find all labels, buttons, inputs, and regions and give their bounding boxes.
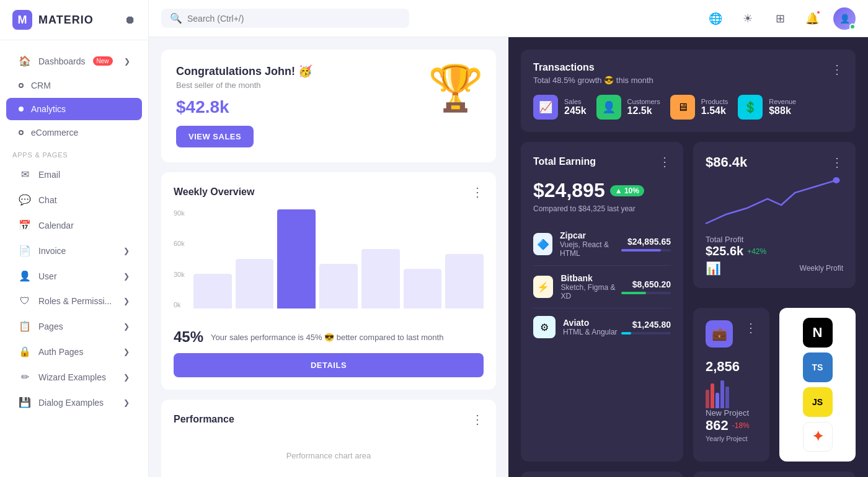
pages-icon: 📋 [19, 320, 31, 332]
performance-more-button[interactable]: ⋮ [471, 412, 484, 427]
new-project-more-button[interactable]: ⋮ [745, 320, 757, 335]
bars-container [193, 209, 484, 309]
sidebar-item-user[interactable]: 👤 User ❯ [6, 264, 142, 288]
chart-desc: Your sales performance is 45% 😎 better c… [211, 333, 443, 342]
zipcar-sub: Vuejs, React & HTML [560, 240, 621, 258]
sidebar-item-dialog[interactable]: 💾 Dialog Examples ❯ [6, 390, 142, 414]
transactions-subtitle: Total 48.5% growth 😎 this month [533, 76, 653, 85]
zipcar-progress-fill [621, 249, 661, 252]
np-year-label: Yearly Project [706, 435, 757, 442]
revenue-value: $88k [769, 105, 796, 116]
grid-icon-btn[interactable]: ⊞ [769, 7, 791, 30]
sidebar-item-dashboards[interactable]: 🏠 Dashboards New ❯ [6, 49, 142, 73]
performance-title: Performance [174, 414, 234, 425]
zipcar-logo: 🔷 [533, 233, 552, 255]
content-left: Congratulations John! 🥳 Best seller of t… [149, 37, 508, 477]
typescript-logo: TS [803, 352, 833, 382]
chart-icon: 📊 [706, 261, 721, 276]
logo-icon: M [12, 10, 32, 30]
calendar-icon: 📅 [19, 219, 31, 231]
dot-icon [19, 83, 24, 88]
weekly-profit-label: Weekly Profit [800, 264, 843, 273]
sidebar-label-calendar: Calendar [38, 221, 74, 230]
chart-y-labels: 90k 60k 30k 0k [174, 209, 185, 309]
profit-chart [706, 174, 843, 230]
profit-card: $86.4k ⋮ Total Profit $25.6k [693, 142, 856, 288]
y-label-30k: 30k [174, 271, 185, 278]
sidebar-label-dialog: Dialog Examples [38, 398, 104, 408]
bar-7 [445, 254, 484, 309]
bitbank-name: Bitbank [560, 273, 621, 283]
translate-icon-btn[interactable]: 🌐 [704, 7, 727, 30]
mini-bar-5 [725, 387, 729, 408]
dot-icon-ecommerce [19, 130, 24, 135]
invoice-chevron: ❯ [123, 247, 130, 255]
mini-bar-chart [706, 377, 757, 408]
sidebar-label-pages: Pages [38, 322, 63, 331]
weekly-overview-card: Weekly Overview ⋮ 90k 60k 30k 0k [161, 172, 496, 390]
user-icon: 👤 [19, 270, 31, 282]
notification-icon-btn[interactable]: 🔔 [801, 7, 823, 30]
sidebar-label-auth: Auth Pages [38, 347, 83, 357]
dialog-icon: 💾 [19, 396, 31, 408]
search-icon: 🔍 [170, 12, 182, 24]
transactions-title: Transactions [533, 62, 653, 73]
search-input[interactable] [187, 14, 401, 24]
sidebar-item-crm[interactable]: CRM [6, 74, 142, 97]
chart-footer: 45% Your sales performance is 45% 😎 bett… [174, 328, 484, 346]
new-project-big-value: 2,856 [706, 359, 757, 375]
sidebar-item-pages[interactable]: 📋 Pages ❯ [6, 314, 142, 338]
sidebar-item-ecommerce[interactable]: eCommerce [6, 121, 142, 144]
sidebar-item-chat[interactable]: 💬 Chat [6, 188, 142, 212]
svg-point-0 [833, 177, 839, 183]
view-sales-button[interactable]: VIEW SALES [176, 126, 254, 147]
earning-badge: ▲ 10% [610, 185, 644, 196]
weekly-overview-header: Weekly Overview ⋮ [174, 185, 484, 199]
bitbank-sub: Sketch, Figma & XD [560, 283, 621, 300]
weekly-overview-more-button[interactable]: ⋮ [471, 185, 484, 199]
earning-item-aviato: ⚙ Aviato HTML & Angular $1,245.80 [533, 309, 671, 346]
zipcar-progress-wrap [621, 249, 671, 252]
search-bar[interactable]: 🔍 [161, 9, 409, 28]
zipcar-name: Zipcar [560, 230, 621, 240]
customers-icon: 👤 [596, 95, 621, 120]
sidebar-label-analytics: Analytics [31, 104, 66, 114]
tech-logos-card: N TS JS ✦ [779, 308, 856, 462]
total-earning-more-button[interactable]: ⋮ [658, 154, 671, 169]
sidebar-label-roles: Roles & Permissi... [38, 296, 112, 306]
sidebar-nav: 🏠 Dashboards New ❯ CRM Analytics eCommer… [0, 40, 148, 477]
sidebar-item-auth[interactable]: 🔒 Auth Pages ❯ [6, 339, 142, 364]
invoice-icon: 📄 [19, 245, 31, 256]
sidebar-label-crm: CRM [31, 81, 51, 90]
sidebar-item-roles[interactable]: 🛡 Roles & Permissi... ❯ [6, 289, 142, 313]
sidebar-record-icon[interactable]: ⏺ [125, 14, 136, 27]
metric-sales: 📈 Sales 245k [533, 95, 587, 120]
transactions-more-button[interactable]: ⋮ [831, 62, 843, 77]
avatar[interactable]: 👤 [833, 7, 856, 30]
wizard-icon: ✏ [19, 371, 31, 383]
bar-1 [193, 274, 232, 309]
sidebar-label-wizard: Wizard Examples [38, 372, 106, 382]
sidebar-item-analytics[interactable]: Analytics [6, 98, 142, 120]
performance-header: Performance ⋮ [174, 412, 484, 427]
sidebar-item-invoice[interactable]: 📄 Invoice ❯ [6, 239, 142, 263]
sidebar-item-wizard[interactable]: ✏ Wizard Examples ❯ [6, 365, 142, 389]
theme-icon-btn[interactable]: ☀ [737, 7, 759, 30]
roles-chevron: ❯ [123, 297, 130, 305]
sidebar: M MATERIO ⏺ 🏠 Dashboards New ❯ CRM Analy… [0, 0, 149, 477]
bar-3 [277, 209, 316, 309]
congrats-card: Congratulations John! 🥳 Best seller of t… [161, 50, 496, 162]
profit-more-button[interactable]: ⋮ [831, 154, 843, 170]
notification-dot [816, 10, 821, 15]
y-label-90k: 90k [174, 209, 185, 217]
bar-2 [236, 259, 274, 309]
content-area: Congratulations John! 🥳 Best seller of t… [149, 37, 868, 477]
metric-products: 🖥 Products 1.54k [670, 95, 728, 120]
details-button[interactable]: DETAILS [174, 353, 484, 377]
sidebar-item-email[interactable]: ✉ Email [6, 162, 142, 186]
sidebar-item-calendar[interactable]: 📅 Calendar [6, 213, 142, 237]
np-change: -18% [732, 421, 750, 430]
revenue-label: Revenue [769, 98, 796, 105]
app-name: MATERIO [38, 14, 94, 27]
aviato-logo: ⚙ [533, 316, 556, 338]
